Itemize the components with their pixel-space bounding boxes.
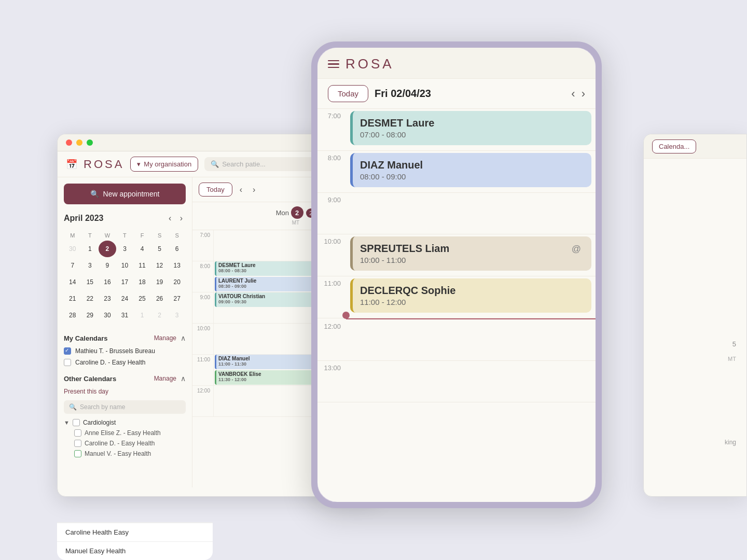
cal-day[interactable]: 23 <box>99 290 116 307</box>
phone-time-row-700: 7:00 DESMET Laure 07:00 - 08:00 <box>317 109 596 151</box>
right-panel-body: 5 MT king <box>644 159 746 497</box>
phone-time-row-800: 8:00 DIAZ Manuel 08:00 - 09:00 <box>317 151 596 193</box>
cal-day[interactable]: 6 <box>168 241 186 257</box>
phone-day-slot-1000[interactable]: SPREUTELS Liam 10:00 - 11:00 @ <box>346 234 596 276</box>
right-panel-partial: Calenda... 5 MT king <box>643 134 747 497</box>
sub-label-caroline-d: Caroline D. - Easy Health <box>85 440 155 447</box>
cal-day[interactable]: 18 <box>133 274 151 290</box>
phone-today-button[interactable]: Today <box>328 85 368 102</box>
cal-day[interactable]: 19 <box>151 274 169 290</box>
my-calendars-manage-link[interactable]: Manage <box>154 334 176 342</box>
cal-day[interactable]: 7 <box>64 257 81 274</box>
cal-day[interactable]: 12 <box>151 257 169 274</box>
cal-day[interactable]: 2 <box>151 307 169 324</box>
phone-day-slot-800[interactable]: DIAZ Manuel 08:00 - 09:00 <box>346 151 596 192</box>
cal-day[interactable]: 10 <box>116 257 134 274</box>
my-calendars-title: My Calendars <box>64 334 108 342</box>
traffic-light-red[interactable] <box>66 139 72 146</box>
cal-day[interactable]: 27 <box>168 290 186 307</box>
phone-next-button[interactable]: › <box>582 87 585 101</box>
cal-day[interactable]: 4 <box>133 241 151 257</box>
sub-item-caroline-d: Caroline D. - Easy Health <box>74 440 186 447</box>
phone-event-time-desmet: 07:00 - 08:00 <box>360 130 584 139</box>
my-calendars-section-header: My Calendars Manage ∧ <box>64 334 186 342</box>
phone-time-row-1100: 11:00 DECLERQC Sophie 11:00 - 12:00 <box>317 276 596 318</box>
traffic-light-yellow[interactable] <box>76 139 82 146</box>
present-this-day-link[interactable]: Present this day <box>64 388 186 395</box>
next-week-button[interactable]: › <box>250 184 258 195</box>
search-by-name-bar[interactable]: 🔍 Search by name <box>64 400 186 414</box>
cal-day[interactable]: 13 <box>168 257 186 274</box>
day-header-w: W <box>99 230 116 241</box>
right-panel-mt-label: MT <box>728 356 736 362</box>
cal-day[interactable]: 24 <box>116 290 134 307</box>
month-nav-arrows: ‹ › <box>165 213 186 224</box>
category-checkbox-cardiologist[interactable] <box>73 419 80 426</box>
sidebar: 🔍 New appointment April 2023 ‹ › M T W T <box>58 177 192 487</box>
prev-month-button[interactable]: ‹ <box>165 213 174 224</box>
cal-day[interactable]: 20 <box>168 274 186 290</box>
my-calendars-collapse-button[interactable]: ∧ <box>181 334 186 342</box>
calendar-checkbox-caroline[interactable] <box>64 359 71 366</box>
phone-prev-button[interactable]: ‹ <box>571 87 575 101</box>
other-calendars-manage-link[interactable]: Manage <box>154 375 176 382</box>
phone-time-row-1000: 10:00 SPREUTELS Liam 10:00 - 11:00 @ <box>317 234 596 276</box>
cal-day[interactable]: 31 <box>116 307 134 324</box>
cal-day[interactable]: 15 <box>81 274 99 290</box>
cal-day[interactable]: 22 <box>81 290 99 307</box>
suggestion-caroline[interactable]: Caroline Health Easy <box>57 523 213 541</box>
cal-day[interactable]: 30 <box>64 241 81 257</box>
cal-day[interactable]: 21 <box>64 290 81 307</box>
calendar-label-mathieu: Mathieu T. - Brussels Bureau <box>75 347 155 355</box>
cal-day[interactable]: 1 <box>81 241 99 257</box>
phone-day-slot-1300[interactable] <box>346 361 596 402</box>
phone-day-slot-700[interactable]: DESMET Laure 07:00 - 08:00 <box>346 109 596 150</box>
phone-event-spreutels-liam[interactable]: SPREUTELS Liam 10:00 - 11:00 @ <box>350 236 591 271</box>
cal-day[interactable]: 11 <box>133 257 151 274</box>
cal-day[interactable]: 25 <box>133 290 151 307</box>
phone-event-time-declerqc: 11:00 - 12:00 <box>360 298 584 306</box>
today-button[interactable]: Today <box>199 183 232 197</box>
mini-calendar: M T W T F S S 30 1 2 3 4 <box>64 230 186 324</box>
calendar-checkbox-mathieu[interactable] <box>64 347 71 355</box>
day-header-s1: S <box>151 230 169 241</box>
cal-day[interactable]: 29 <box>81 307 99 324</box>
cal-day[interactable]: 9 <box>99 257 116 274</box>
phone-event-desmet-laure[interactable]: DESMET Laure 07:00 - 08:00 <box>350 111 591 145</box>
cal-day[interactable]: 16 <box>99 274 116 290</box>
new-appointment-button[interactable]: 🔍 New appointment <box>64 184 186 204</box>
suggestion-manuel[interactable]: Manuel Easy Health <box>57 541 213 560</box>
cal-day[interactable]: 1 <box>133 307 151 324</box>
phone-event-declerqc-sophie[interactable]: DECLERQC Sophie 11:00 - 12:00 <box>350 278 591 313</box>
sub-checkbox-manuel-v[interactable] <box>74 450 81 457</box>
cal-day[interactable]: 17 <box>116 274 134 290</box>
phone-event-diaz-manuel[interactable]: DIAZ Manuel 08:00 - 09:00 <box>350 153 591 187</box>
cal-day[interactable]: 14 <box>64 274 81 290</box>
right-panel-calendar-button[interactable]: Calenda... <box>652 139 696 153</box>
cal-day[interactable]: 5 <box>151 241 169 257</box>
cal-day[interactable]: 3 <box>81 257 99 274</box>
phone-time-label-900: 9:00 <box>317 193 346 234</box>
sub-item-anne-elise: Anne Elise Z. - Easy Health <box>74 429 186 437</box>
other-calendars-collapse-button[interactable]: ∧ <box>181 374 186 383</box>
phone-time-row-1200: 12:00 <box>317 319 596 361</box>
cal-day-today[interactable]: 2 <box>99 241 116 257</box>
cal-day[interactable]: 3 <box>116 241 134 257</box>
cal-day[interactable]: 28 <box>64 307 81 324</box>
phone-day-slot-900[interactable] <box>346 193 596 234</box>
org-dropdown-button[interactable]: ▾ My organisation <box>130 157 198 172</box>
sub-checkbox-caroline-d[interactable] <box>74 440 81 447</box>
cal-day[interactable]: 26 <box>151 290 169 307</box>
phone-day-slot-1200[interactable] <box>346 319 596 360</box>
phone-day-slot-1100[interactable]: DECLERQC Sophie 11:00 - 12:00 <box>346 276 596 318</box>
category-toggle-cardiologist[interactable]: ▼ <box>64 419 70 426</box>
hamburger-menu-icon[interactable] <box>328 60 339 68</box>
sub-checkbox-anne-elise[interactable] <box>74 429 81 437</box>
phone-time-label-1100: 11:00 <box>317 276 346 318</box>
traffic-light-green[interactable] <box>87 139 93 146</box>
next-month-button[interactable]: › <box>177 213 186 224</box>
cal-day[interactable]: 3 <box>168 307 186 324</box>
prev-week-button[interactable]: ‹ <box>237 184 245 195</box>
cal-day[interactable]: 30 <box>99 307 116 324</box>
time-label-900: 9:00 <box>192 292 213 323</box>
